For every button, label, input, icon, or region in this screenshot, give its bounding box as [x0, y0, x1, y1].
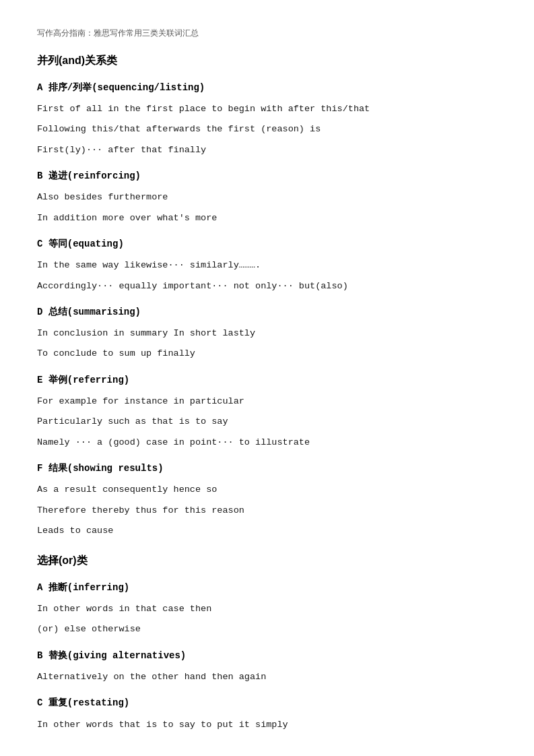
subsection-C2-line1: In other words that is to say to put it …	[37, 718, 497, 732]
subsection-B1-line2: In addition more over what's more	[37, 211, 497, 226]
or-section: 选择(or)类 A 推断(inferring) In other words i…	[37, 552, 497, 732]
subsection-C1-line2: Accordingly··· equally important··· not …	[37, 279, 497, 294]
subsection-E1-line3: Namely ··· a (good) case in point··· to …	[37, 435, 497, 450]
subsection-A1: A 排序/列举(sequencing/listing) First of all…	[37, 80, 497, 158]
subsection-B2-line1: Alternatively on the other hand then aga…	[37, 670, 497, 685]
subsection-E1-line1: For example for instance in particular	[37, 394, 497, 409]
subsection-D1-title: D 总结(summarising)	[37, 305, 497, 319]
page-subtitle: 写作高分指南：雅思写作常用三类关联词汇总	[37, 27, 497, 40]
subsection-E1-title: E 举例(referring)	[37, 373, 497, 387]
subsection-B1: B 递进(reinforcing) Also besides furthermo…	[37, 168, 497, 226]
and-section: 并列(and)关系类 A 排序/列举(sequencing/listing) F…	[37, 52, 497, 538]
subsection-E1: E 举例(referring) For example for instance…	[37, 373, 497, 450]
subsection-A2-line2: (or) else otherwise	[37, 622, 497, 637]
subsection-A2: A 推断(inferring) In other words in that c…	[37, 580, 497, 637]
subsection-F1-line1: As a result consequently hence so	[37, 482, 497, 497]
subsection-D1-line2: To conclude to sum up finally	[37, 346, 497, 361]
subsection-F1-line3: Leads to cause	[37, 524, 497, 538]
subsection-B1-line1: Also besides furthermore	[37, 190, 497, 205]
subsection-B1-title: B 递进(reinforcing)	[37, 168, 497, 183]
subsection-C1-line1: In the same way likewise··· similarly…………	[37, 258, 497, 273]
subsection-D1: D 总结(summarising) In conclusion in summa…	[37, 305, 497, 362]
subsection-A2-line1: In other words in that case then	[37, 602, 497, 617]
subsection-F1-title: F 结果(showing results)	[37, 461, 497, 476]
subsection-F1: F 结果(showing results) As a result conseq…	[37, 461, 497, 538]
subsection-A1-line1: First of all in the first place to begin…	[37, 102, 497, 117]
subsection-E1-line2: Particularly such as that is to say	[37, 414, 497, 429]
subsection-B2: B 替换(giving alternatives) Alternatively …	[37, 648, 497, 685]
subsection-A1-line3: First(ly)··· after that finally	[37, 143, 497, 158]
and-section-title: 并列(and)关系类	[37, 52, 497, 69]
subsection-A2-title: A 推断(inferring)	[37, 580, 497, 595]
subsection-C2: C 重复(restating) In other words that is t…	[37, 695, 497, 732]
subsection-F1-line2: Therefore thereby thus for this reason	[37, 503, 497, 518]
subsection-D1-line1: In conclusion in summary In short lastly	[37, 326, 497, 341]
subsection-C2-title: C 重复(restating)	[37, 695, 497, 710]
subsection-A1-title: A 排序/列举(sequencing/listing)	[37, 80, 497, 95]
subsection-C1-title: C 等同(equating)	[37, 237, 497, 251]
or-section-title: 选择(or)类	[37, 552, 497, 569]
subsection-C1: C 等同(equating) In the same way likewise·…	[37, 237, 497, 294]
subsection-A1-line2: Following this/that afterwards the first…	[37, 122, 497, 137]
subsection-B2-title: B 替换(giving alternatives)	[37, 648, 497, 663]
